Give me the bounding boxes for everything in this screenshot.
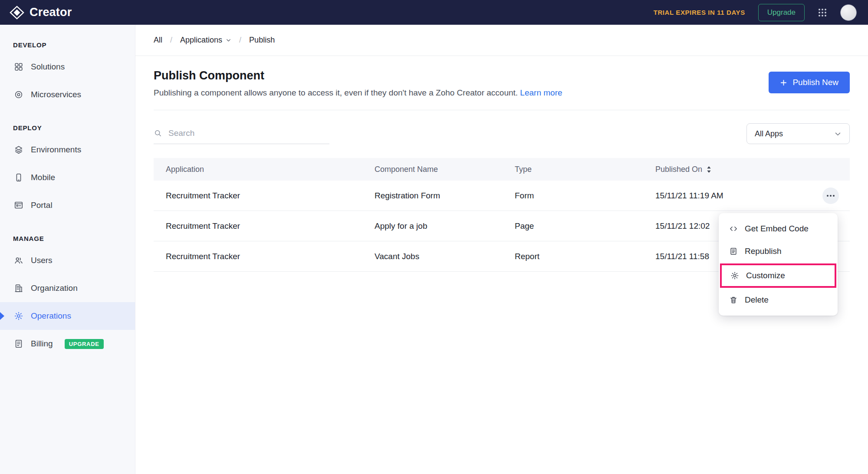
menu-item-label: Republish bbox=[745, 247, 782, 256]
sidebar-item-label: Users bbox=[31, 256, 53, 265]
apps-grid-icon[interactable] bbox=[818, 8, 827, 17]
customize-highlight-box: Customize bbox=[720, 263, 836, 288]
microservices-icon bbox=[14, 90, 23, 99]
page-title: Publish Component bbox=[154, 69, 850, 82]
layers-icon bbox=[14, 145, 23, 155]
plus-icon bbox=[780, 79, 787, 86]
billing-icon bbox=[14, 339, 23, 349]
publish-new-button[interactable]: Publish New bbox=[769, 72, 850, 93]
code-icon bbox=[729, 224, 738, 233]
sidebar-item-solutions[interactable]: Solutions bbox=[0, 53, 135, 81]
sidebar-section-deploy: DEPLOY Environments Mobile bbox=[0, 124, 135, 219]
learn-more-link[interactable]: Learn more bbox=[520, 88, 562, 97]
cell-published-on: 15/11/21 11:19 AM bbox=[655, 191, 812, 201]
sidebar-item-label: Organization bbox=[31, 283, 78, 293]
sidebar-section-title: DEVELOP bbox=[0, 41, 135, 49]
chevron-down-icon bbox=[834, 130, 842, 138]
row-actions-context-menu: Get Embed Code Republish Customize bbox=[719, 213, 838, 316]
topbar: Creator TRIAL EXPIRES IN 11 DAYS Upgrade bbox=[0, 0, 868, 25]
header-published-on-label: Published On bbox=[655, 165, 702, 174]
cell-component-name: Apply for a job bbox=[375, 221, 515, 231]
active-item-marker bbox=[0, 312, 4, 320]
sidebar-item-organization[interactable]: Organization bbox=[0, 274, 135, 302]
sidebar-item-label: Operations bbox=[31, 311, 71, 321]
sidebar-item-portal[interactable]: Portal bbox=[0, 191, 135, 219]
gear-icon bbox=[730, 271, 739, 280]
page-description: Publishing a component allows anyone to … bbox=[154, 88, 850, 98]
menu-item-get-embed-code[interactable]: Get Embed Code bbox=[719, 217, 838, 240]
breadcrumb-all[interactable]: All bbox=[154, 36, 162, 45]
breadcrumb-publish[interactable]: Publish bbox=[249, 36, 275, 45]
sidebar-item-label: Mobile bbox=[31, 173, 55, 182]
ellipsis-icon bbox=[827, 195, 829, 197]
page-header: Publish Component Publishing a component… bbox=[135, 56, 868, 110]
trial-expiry-text: TRIAL EXPIRES IN 11 DAYS bbox=[654, 9, 745, 16]
mobile-icon bbox=[14, 173, 23, 182]
sidebar-item-environments[interactable]: Environments bbox=[0, 136, 135, 164]
menu-item-label: Get Embed Code bbox=[745, 224, 809, 234]
header-divider bbox=[154, 110, 850, 110]
header-component-name: Component Name bbox=[375, 165, 515, 174]
cell-type: Page bbox=[515, 221, 655, 231]
menu-item-label: Delete bbox=[745, 295, 769, 305]
sidebar-item-label: Billing bbox=[31, 339, 53, 349]
apps-filter-dropdown[interactable]: All Apps bbox=[746, 123, 850, 144]
sidebar-section-develop: DEVELOP Solutions bbox=[0, 41, 135, 109]
trash-icon bbox=[729, 296, 738, 304]
sidebar: DEVELOP Solutions bbox=[0, 25, 135, 474]
app-window: Creator TRIAL EXPIRES IN 11 DAYS Upgrade… bbox=[0, 0, 868, 474]
menu-item-republish[interactable]: Republish bbox=[719, 240, 838, 263]
cell-component-name: Vacant Jobs bbox=[375, 252, 515, 261]
portal-icon bbox=[14, 201, 23, 210]
sidebar-item-microservices[interactable]: Microservices bbox=[0, 81, 135, 109]
header-application: Application bbox=[154, 165, 375, 174]
upgrade-badge: UPGRADE bbox=[65, 339, 104, 349]
solutions-grid-icon bbox=[14, 62, 23, 72]
header-type: Type bbox=[515, 165, 655, 174]
cell-application: Recruitment Tracker bbox=[154, 252, 375, 261]
publish-new-label: Publish New bbox=[792, 78, 838, 87]
menu-item-customize[interactable]: Customize bbox=[722, 265, 835, 286]
cell-component-name: Registration Form bbox=[375, 191, 515, 201]
sidebar-item-mobile[interactable]: Mobile bbox=[0, 164, 135, 191]
sidebar-item-label: Portal bbox=[31, 201, 53, 210]
sidebar-item-label: Microservices bbox=[31, 90, 81, 99]
gear-icon bbox=[14, 311, 23, 321]
menu-item-label: Customize bbox=[746, 271, 785, 280]
search-input[interactable] bbox=[168, 128, 329, 138]
brand-name: Creator bbox=[30, 6, 72, 19]
creator-logo-icon bbox=[10, 6, 24, 20]
header-published-on[interactable]: Published On bbox=[655, 165, 812, 174]
building-icon bbox=[14, 283, 23, 293]
sidebar-item-label: Solutions bbox=[31, 62, 65, 72]
more-actions-button[interactable] bbox=[822, 188, 839, 204]
cell-application: Recruitment Tracker bbox=[154, 191, 375, 201]
cell-application: Recruitment Tracker bbox=[154, 221, 375, 231]
table-row: Recruitment Tracker Registration Form Fo… bbox=[154, 181, 850, 211]
breadcrumb-separator: / bbox=[170, 36, 172, 45]
topbar-right: TRIAL EXPIRES IN 11 DAYS Upgrade bbox=[654, 4, 857, 21]
search-box bbox=[154, 128, 329, 144]
search-icon bbox=[154, 129, 162, 138]
breadcrumb-separator: / bbox=[239, 36, 241, 45]
cell-type: Form bbox=[515, 191, 655, 201]
table-header-row: Application Component Name Type Publishe… bbox=[154, 158, 850, 181]
sidebar-item-billing[interactable]: Billing UPGRADE bbox=[0, 330, 135, 358]
menu-item-delete[interactable]: Delete bbox=[719, 289, 838, 311]
sidebar-section-manage: MANAGE Users bbox=[0, 235, 135, 358]
brand-logo[interactable]: Creator bbox=[10, 6, 72, 20]
cell-type: Report bbox=[515, 252, 655, 261]
breadcrumb-applications[interactable]: Applications bbox=[180, 36, 231, 45]
sidebar-item-operations[interactable]: Operations bbox=[0, 302, 135, 330]
sort-icon bbox=[706, 166, 712, 173]
table-toolbar: All Apps bbox=[135, 110, 868, 144]
sidebar-section-title: DEPLOY bbox=[0, 124, 135, 132]
sidebar-item-users[interactable]: Users bbox=[0, 247, 135, 274]
users-icon bbox=[14, 256, 23, 265]
apps-filter-value: All Apps bbox=[755, 129, 783, 138]
upgrade-button[interactable]: Upgrade bbox=[758, 4, 805, 21]
breadcrumb-applications-label: Applications bbox=[180, 36, 222, 45]
user-avatar[interactable] bbox=[840, 4, 857, 21]
chevron-down-icon bbox=[226, 37, 231, 43]
breadcrumb: All / Applications / Publish bbox=[135, 25, 868, 56]
